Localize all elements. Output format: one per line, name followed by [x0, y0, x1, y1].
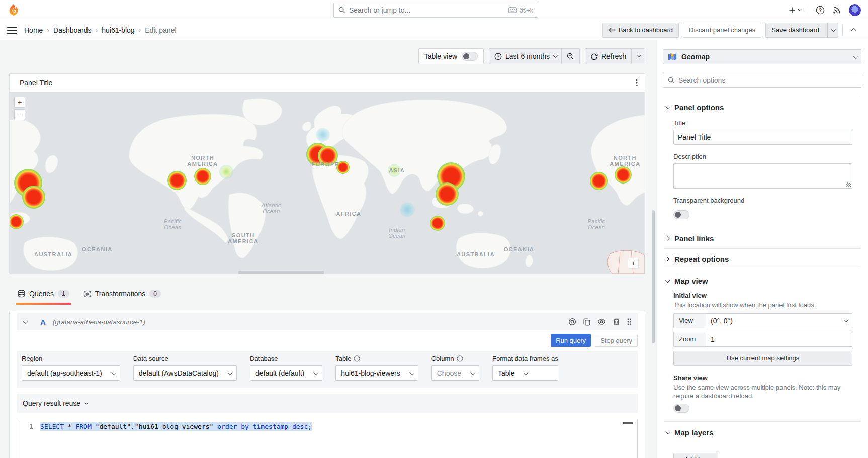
stop-query-button[interactable]: Stop query [595, 334, 638, 347]
time-range-picker[interactable]: Last 6 months [489, 48, 562, 64]
tab-queries[interactable]: Queries 1 [18, 283, 69, 305]
breadcrumb-item: Edit panel [145, 26, 176, 34]
breadcrumb-item[interactable]: Home [24, 26, 43, 34]
breadcrumb-item[interactable]: hui61-blog [102, 26, 134, 34]
section-repeat-options-title: Repeat options [674, 255, 729, 263]
run-query-button[interactable]: Run query [551, 334, 591, 347]
hide-query-eye-icon[interactable] [597, 318, 606, 325]
search-shortcut-keys: ⌘+k [519, 7, 533, 14]
field-select[interactable]: hui61-blog-viewers [335, 365, 418, 381]
field-select[interactable]: Choose [431, 365, 479, 381]
map-label: AFRICA [336, 211, 361, 217]
use-current-map-settings-button[interactable]: Use current map settings [673, 351, 852, 366]
map-zoom-out-button[interactable]: − [14, 109, 25, 120]
panel-description-textarea[interactable] [673, 163, 852, 189]
global-search-input[interactable]: Search or jump to... ⌘+k [333, 3, 538, 18]
section-map-view-title: Map view [674, 277, 708, 285]
chevron-down-icon [665, 104, 670, 109]
section-panel-links[interactable]: Panel links [663, 228, 861, 248]
save-dashboard-button[interactable]: Save dashboard [765, 23, 838, 38]
view-select[interactable]: (0°, 0°) [706, 313, 852, 328]
chevron-right-icon [665, 256, 670, 261]
search-icon [668, 77, 675, 84]
menu-toggle-icon[interactable] [7, 27, 17, 34]
options-search-input[interactable]: Search options [663, 73, 861, 88]
view-select-value: (0°, 0°) [711, 317, 733, 325]
field-label: Format data frames as [492, 355, 558, 362]
initial-view-description: This location will show when the panel f… [673, 301, 852, 310]
query-row-header[interactable]: A (grafana-athena-datasource-1) [17, 313, 638, 330]
section-panel-options[interactable]: Panel options [663, 96, 861, 118]
field-label: Region [22, 355, 42, 362]
field-select[interactable]: Table [492, 365, 558, 381]
main-scrollbar-thumb[interactable] [652, 210, 655, 343]
help-icon[interactable]: ? [816, 6, 825, 15]
add-layer-button[interactable]: + Add layer [673, 453, 718, 458]
zoom-out-time-button[interactable] [562, 48, 580, 64]
user-avatar[interactable] [849, 4, 861, 16]
query-fields: Regiondefault (ap-southeast-1)Data sourc… [17, 351, 638, 388]
field-select[interactable]: default (ap-southeast-1) [22, 365, 120, 381]
section-repeat-options[interactable]: Repeat options [663, 249, 861, 269]
field-select[interactable]: default (default) [250, 365, 322, 381]
field-select[interactable]: default (AwsDataCatalog) [133, 365, 237, 381]
grafana-logo[interactable] [7, 3, 20, 17]
zoom-input[interactable]: 1 [706, 332, 852, 347]
refresh-icon [590, 53, 598, 60]
zoom-field-label: Zoom [673, 332, 706, 347]
share-view-toggle[interactable] [673, 404, 689, 413]
refresh-button[interactable]: Refresh [585, 48, 632, 64]
field-value: default (default) [255, 369, 304, 377]
query-expand-icon[interactable] [23, 319, 28, 324]
new-menu-button[interactable] [788, 6, 800, 14]
info-icon [457, 355, 463, 362]
duplicate-query-icon[interactable] [583, 318, 591, 326]
panel-title: Panel Title [20, 79, 52, 87]
panel-title-input[interactable]: Panel Title [673, 130, 852, 145]
drag-handle-icon[interactable] [627, 318, 632, 326]
query-result-reuse-section[interactable]: Query result reuse [17, 394, 638, 413]
panel-menu-icon[interactable] [636, 79, 638, 87]
delete-query-trash-icon[interactable] [613, 318, 620, 326]
query-row-actions [568, 318, 632, 326]
keyboard-icon [508, 7, 517, 13]
map-labels-layer: NORTH AMERICAEUROPEASIAAFRICASOUTH AMERI… [10, 92, 645, 274]
record-query-icon[interactable] [568, 318, 576, 326]
query-ref-id[interactable]: A [40, 318, 46, 326]
transparent-background-toggle[interactable] [673, 210, 689, 219]
field-label: Database [250, 355, 278, 362]
section-map-layers[interactable]: Map layers [663, 422, 861, 444]
map-zoom-in-button[interactable]: + [14, 97, 25, 108]
svg-text:?: ? [819, 7, 822, 13]
time-range-label: Last 6 months [505, 52, 550, 60]
map-label: NORTH AMERICA [610, 155, 640, 167]
save-dashboard-dropdown[interactable] [827, 23, 838, 37]
sql-editor[interactable]: 1 SELECT * FROM "default"."hui61-blog-vi… [17, 419, 638, 458]
map-label: SOUTH AMERICA [228, 232, 258, 244]
map-attribution-info-button[interactable]: i [628, 258, 639, 269]
field-value: hui61-blog-viewers [341, 369, 400, 377]
clock-icon [494, 53, 502, 60]
refresh-interval-dropdown[interactable] [632, 48, 645, 64]
map-label: OCEANIA [82, 246, 113, 252]
plus-icon [788, 6, 796, 14]
tab-transformations[interactable]: Transformations 0 [83, 283, 161, 305]
visualization-picker[interactable]: Geomap [663, 49, 861, 64]
info-icon [354, 355, 360, 362]
breadcrumb-item[interactable]: Dashboards [53, 26, 92, 34]
collapse-panel-button[interactable] [847, 23, 861, 37]
map-label: ASIA [389, 167, 405, 173]
back-to-dashboard-button[interactable]: Back to dashboard [602, 23, 679, 38]
section-map-view[interactable]: Map view [663, 269, 861, 292]
breadcrumb: Home›Dashboards›hui61-blog›Edit panel [24, 26, 177, 34]
back-to-dashboard-label: Back to dashboard [619, 26, 673, 34]
query-field-data-source: Data sourcedefault (AwsDataCatalog) [133, 355, 237, 381]
options-search-placeholder: Search options [678, 76, 725, 84]
query-result-reuse-label: Query result reuse [23, 399, 80, 407]
news-rss-icon[interactable] [832, 6, 841, 15]
chevron-down-icon [409, 370, 414, 375]
chevron-down-icon [111, 370, 116, 375]
discard-panel-changes-button[interactable]: Discard panel changes [683, 23, 761, 38]
table-view-toggle[interactable] [462, 52, 478, 61]
world-map[interactable]: NORTH AMERICAEUROPEASIAAFRICASOUTH AMERI… [10, 92, 645, 274]
